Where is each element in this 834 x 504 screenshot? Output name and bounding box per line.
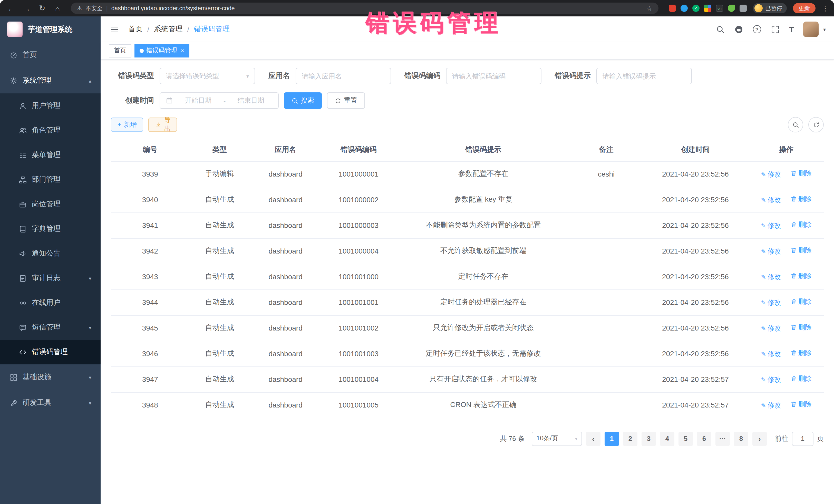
table-row[interactable]: 3944 自动生成 dashboard 1001001001 定时任务的处理器已… xyxy=(111,289,824,315)
delete-button[interactable]: 删除 xyxy=(790,271,812,281)
browser-profile-chip[interactable]: 已暂停 xyxy=(753,3,787,13)
edit-button[interactable]: ✎修改 xyxy=(761,401,781,410)
page-size-select[interactable]: 10条/页 ▾ xyxy=(532,431,582,446)
sidebar-item-home[interactable]: 首页 xyxy=(0,42,101,68)
tag-home[interactable]: 首页 xyxy=(109,44,131,57)
table-row[interactable]: 3945 自动生成 dashboard 1001001002 只允许修改为开启或… xyxy=(111,315,824,341)
reload-icon[interactable]: ↻ xyxy=(36,2,48,14)
table-row[interactable]: 3939 手动编辑 dashboard 1001000001 参数配置不存在 c… xyxy=(111,161,824,187)
sidebar-item-dev-tools[interactable]: 研发工具 ▾ xyxy=(0,390,101,416)
table-row[interactable]: 3943 自动生成 dashboard 1001001000 定时任务不存在 2… xyxy=(111,264,824,289)
leaf-extension-icon[interactable] xyxy=(728,5,735,12)
delete-button[interactable]: 删除 xyxy=(790,297,812,306)
table-row[interactable]: 3941 自动生成 dashboard 1001000003 不能删除类型为系统… xyxy=(111,213,824,238)
on-extension-icon[interactable]: on xyxy=(716,5,723,12)
forward-icon[interactable]: → xyxy=(21,2,33,14)
table-row[interactable]: 3946 自动生成 dashboard 1001001003 定时任务已经处于该… xyxy=(111,341,824,367)
goto-page-input[interactable] xyxy=(792,431,813,446)
browser-update-button[interactable]: 更新 xyxy=(793,3,815,13)
search-icon[interactable] xyxy=(716,25,725,34)
edit-button[interactable]: ✎修改 xyxy=(761,299,781,308)
github-icon[interactable] xyxy=(734,25,743,34)
sidebar-item-dictionary[interactable]: 字典管理 xyxy=(0,217,101,241)
adblock-extension-icon[interactable] xyxy=(669,5,676,12)
table-row[interactable]: 3940 自动生成 dashboard 1001000002 参数配置 key … xyxy=(111,187,824,213)
puzzle-extension-icon[interactable] xyxy=(740,5,747,12)
page-button-4[interactable]: 4 xyxy=(660,431,674,446)
edit-button[interactable]: ✎修改 xyxy=(761,247,781,256)
back-icon[interactable]: ← xyxy=(5,2,18,14)
edit-button[interactable]: ✎修改 xyxy=(761,221,781,231)
breadcrumb-home[interactable]: 首页 xyxy=(128,25,143,34)
edit-button[interactable]: ✎修改 xyxy=(761,170,781,179)
delete-button[interactable]: 删除 xyxy=(790,323,812,332)
home-icon[interactable]: ⌂ xyxy=(51,2,64,14)
reset-button[interactable]: 重置 xyxy=(327,92,365,109)
sidebar-item-system[interactable]: 系统管理 ▴ xyxy=(0,68,101,93)
close-icon[interactable]: × xyxy=(181,47,184,54)
avatar-caret-icon[interactable]: ▾ xyxy=(823,26,826,32)
page-button-3[interactable]: 3 xyxy=(641,431,656,446)
next-page-button[interactable]: › xyxy=(752,431,767,446)
app-name-input[interactable] xyxy=(295,68,391,84)
delete-button[interactable]: 删除 xyxy=(790,349,812,358)
sidebar-item-error-codes[interactable]: 错误码管理 xyxy=(0,340,101,365)
table-row[interactable]: 3947 自动生成 dashboard 1001001004 只有开启状态的任务… xyxy=(111,367,824,392)
sidebar-item-roles[interactable]: 角色管理 xyxy=(0,118,101,143)
delete-button[interactable]: 删除 xyxy=(790,220,812,229)
cell-ops: ✎修改 删除 xyxy=(749,187,824,213)
check-extension-icon[interactable]: ✓ xyxy=(692,5,700,12)
search-button[interactable]: 搜索 xyxy=(284,92,322,109)
edit-button[interactable]: ✎修改 xyxy=(761,273,781,282)
page-button-1[interactable]: 1 xyxy=(605,431,619,446)
page-button-2[interactable]: 2 xyxy=(623,431,637,446)
table-row[interactable]: 3942 自动生成 dashboard 1001000004 不允许获取敏感配置… xyxy=(111,238,824,264)
prev-page-button[interactable]: ‹ xyxy=(586,431,600,446)
more-pages-button[interactable]: ··· xyxy=(716,431,730,446)
sidebar-item-departments[interactable]: 部门管理 xyxy=(0,167,101,192)
sidebar-item-users[interactable]: 用户管理 xyxy=(0,93,101,118)
error-type-select[interactable]: 请选择错误码类型 ▾ xyxy=(160,68,255,84)
edit-button[interactable]: ✎修改 xyxy=(761,324,781,333)
edit-button[interactable]: ✎修改 xyxy=(761,196,781,205)
edit-button[interactable]: ✎修改 xyxy=(761,375,781,385)
sidebar-item-sms[interactable]: 短信管理 ▾ xyxy=(0,315,101,340)
help-icon[interactable]: ? xyxy=(753,25,761,34)
add-button[interactable]: + 新增 xyxy=(111,117,144,132)
sidebar-item-online-users[interactable]: 在线用户 xyxy=(0,290,101,315)
page-button-8[interactable]: 8 xyxy=(734,431,748,446)
page-button-6[interactable]: 6 xyxy=(697,431,711,446)
edit-button[interactable]: ✎修改 xyxy=(761,350,781,359)
bookmark-star-icon[interactable]: ☆ xyxy=(646,4,652,12)
sidebar-item-notices[interactable]: 通知公告 xyxy=(0,241,101,266)
delete-button[interactable]: 删除 xyxy=(790,374,812,384)
fullscreen-icon[interactable] xyxy=(771,25,780,34)
grid-extension-icon[interactable] xyxy=(704,5,711,12)
error-msg-input[interactable] xyxy=(596,68,692,84)
address-bar[interactable]: ⚠ 不安全 | dashboard.yudao.iocoder.cn/syste… xyxy=(71,3,658,14)
tag-error-codes[interactable]: 错误码管理 × xyxy=(134,44,190,57)
font-size-icon[interactable]: T xyxy=(789,25,793,34)
app-logo[interactable]: 芋道管理系统 xyxy=(0,17,101,42)
error-code-input[interactable] xyxy=(446,68,542,84)
toggle-search-button[interactable] xyxy=(788,117,803,132)
breadcrumb-system[interactable]: 系统管理 xyxy=(154,25,183,34)
delete-button[interactable]: 删除 xyxy=(790,169,812,178)
delete-button[interactable]: 删除 xyxy=(790,400,812,409)
delete-button[interactable]: 删除 xyxy=(790,195,812,204)
delete-button[interactable]: 删除 xyxy=(790,246,812,255)
hamburger-icon[interactable] xyxy=(109,24,120,35)
megaphone-icon xyxy=(19,250,27,257)
sidebar-item-menus[interactable]: 菜单管理 xyxy=(0,143,101,167)
blue-extension-icon[interactable] xyxy=(681,5,688,12)
user-avatar[interactable] xyxy=(803,22,819,37)
table-row[interactable]: 3948 自动生成 dashboard 1001001005 CRON 表达式不… xyxy=(111,392,824,418)
sidebar-item-posts[interactable]: 岗位管理 xyxy=(0,192,101,217)
refresh-table-button[interactable] xyxy=(808,117,824,132)
export-button[interactable]: 导出 xyxy=(149,117,177,132)
browser-menu-icon[interactable]: ⋮ xyxy=(822,4,829,12)
date-range-picker[interactable]: 开始日期 - 结束日期 xyxy=(160,92,279,109)
sidebar-item-infrastructure[interactable]: 基础设施 ▾ xyxy=(0,365,101,390)
sidebar-item-audit-logs[interactable]: 审计日志 ▾ xyxy=(0,266,101,290)
page-button-5[interactable]: 5 xyxy=(679,431,693,446)
